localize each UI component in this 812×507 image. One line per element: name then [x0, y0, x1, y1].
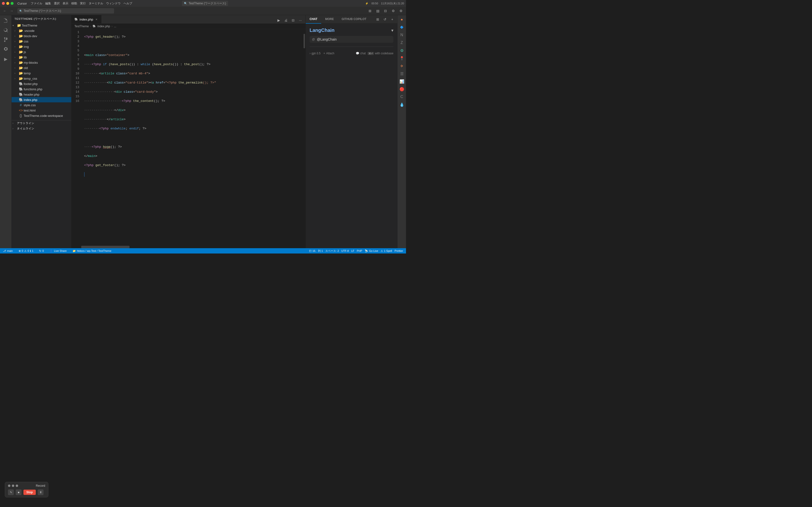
spell-status[interactable]: ⚠ 1 Spell	[379, 249, 393, 252]
codebase-button[interactable]: ⌘⏎ with codebase	[367, 52, 394, 55]
right-icon-2[interactable]: 🔷	[399, 24, 405, 31]
vertical-scrollbar[interactable]	[303, 29, 305, 246]
tree-item-img[interactable]: › 📂 img	[12, 44, 71, 49]
right-icon-12[interactable]: 💧	[399, 101, 405, 108]
menu-select[interactable]: 選択	[54, 1, 60, 6]
tree-item-vscode[interactable]: › 📂 .vscode	[12, 28, 71, 33]
settings-button[interactable]: ⚙	[398, 8, 404, 14]
quick-open[interactable]: 🔍 TestTheme (ワークスペース)	[17, 8, 114, 13]
langchain-dropdown[interactable]: ▾	[391, 28, 394, 33]
tree-item-js[interactable]: › 📂 js	[12, 49, 71, 55]
close-button[interactable]	[2, 2, 5, 5]
tree-item-temp-css[interactable]: › 📂 temp_css	[12, 76, 71, 81]
tree-item-workspace[interactable]: › {} TestTheme.code-workspace	[12, 113, 71, 118]
tree-item-header-php[interactable]: › 🐘 header.php	[12, 92, 71, 97]
tree-item-old[interactable]: › 📂 old	[12, 65, 71, 70]
cursor-position[interactable]: 行 16、列 1	[308, 249, 324, 253]
right-icon-10[interactable]: 🔴	[399, 86, 405, 93]
layout-button[interactable]: ▤	[374, 8, 381, 14]
tree-item-my-blocks[interactable]: › 📂 my-blocks	[12, 60, 71, 65]
panel-layout-button[interactable]: ⊟	[382, 8, 389, 14]
right-icon-7[interactable]: ✈	[399, 62, 405, 69]
right-icon-1[interactable]: ●	[399, 16, 405, 23]
spaces-status[interactable]: スペース: 2	[324, 249, 340, 253]
customize-button[interactable]: ⚙	[390, 8, 396, 14]
breadcrumb-workspace[interactable]: TestTheme	[74, 24, 89, 28]
model-selector[interactable]: › gpt-3.5	[310, 52, 320, 55]
extensions-icon[interactable]	[1, 45, 10, 54]
attach-button[interactable]: + Attach	[323, 52, 334, 55]
encoding-status[interactable]: UTF-8	[340, 249, 350, 252]
tree-item-css[interactable]: › 📂 css	[12, 39, 71, 44]
tree-item-test-html[interactable]: › <> test.html	[12, 108, 71, 113]
more-actions-button[interactable]: ···	[297, 17, 304, 23]
menu-view[interactable]: 表示	[63, 1, 68, 6]
at-mention-item[interactable]: @ @LangChain	[310, 36, 394, 43]
split-editor-button[interactable]: ⊞	[367, 8, 373, 14]
run-button[interactable]: ▶	[275, 17, 282, 23]
branch-status[interactable]: ⎇ main	[2, 248, 14, 253]
right-icon-8[interactable]: ☰	[399, 70, 405, 77]
tree-item-functions-php[interactable]: › 🐘 functions.php	[12, 87, 71, 92]
errors-status[interactable]: ⊗ 0 ⚠ 0 ℹ 1	[18, 248, 34, 253]
tree-root-folder[interactable]: ▾ 📁 TestTheme	[12, 23, 71, 28]
git-icon[interactable]	[1, 36, 10, 44]
right-icon-3[interactable]: N	[399, 32, 405, 38]
menu-go[interactable]: 移動	[71, 1, 77, 6]
tab-github-copilot[interactable]: GITHUB COPILOT	[338, 15, 370, 24]
live-share-status[interactable]: 👤 Live Share	[49, 248, 68, 253]
code-editor[interactable]: 12345 678910 1112131415 16 <?php get_hea…	[71, 29, 305, 246]
menu-run[interactable]: 実行	[80, 1, 86, 6]
menu-window[interactable]: ウィンドウ	[106, 1, 120, 6]
menu-help[interactable]: ヘルプ	[123, 1, 132, 6]
tab-close-button[interactable]: ✕	[95, 18, 98, 21]
tab-more[interactable]: MORE	[321, 15, 338, 24]
tree-item-lib[interactable]: › 📂 lib	[12, 55, 71, 60]
file-path-status[interactable]: 📁 htdocs / wp-Test / TestTheme	[71, 248, 112, 253]
tree-item-temp[interactable]: › 📂 temp	[12, 70, 71, 76]
outline-section-toggle[interactable]: › アウトライン	[12, 120, 71, 126]
add-chat-button[interactable]: +	[389, 16, 395, 22]
print-button[interactable]: 🖨	[283, 17, 289, 23]
chat-button[interactable]: 💬 chat	[356, 52, 366, 55]
maximize-button[interactable]	[11, 2, 13, 5]
breadcrumb-file[interactable]: index.php	[97, 24, 110, 28]
tab-chat[interactable]: CHAT	[306, 15, 321, 24]
tree-item-index-php[interactable]: › 🐘 index.php	[12, 97, 71, 102]
minimize-button[interactable]	[6, 2, 9, 5]
scrollbar-thumb[interactable]	[304, 34, 305, 48]
menu-edit[interactable]: 編集	[45, 1, 51, 6]
right-icon-5[interactable]: ⚙	[399, 47, 405, 54]
tab-index-php[interactable]: 🐘 index.php ✕	[71, 15, 101, 23]
chevron-right-icon: ›	[14, 40, 18, 43]
history-button[interactable]: ↺	[382, 16, 388, 22]
search-icon[interactable]	[1, 26, 10, 35]
timeline-section-toggle[interactable]: › タイムライン	[12, 126, 71, 131]
folder-icon: 📂	[19, 76, 23, 80]
tree-item-block-dev[interactable]: › 📂 block-dev	[12, 33, 71, 39]
explorer-icon[interactable]	[1, 16, 10, 25]
expand-panel-button[interactable]: ⊞	[374, 16, 381, 22]
right-icon-9[interactable]: 📊	[399, 78, 405, 85]
go-live-status[interactable]: 📡 Go Live	[364, 249, 379, 252]
sync-status[interactable]: ↻ 0	[38, 248, 45, 253]
back-button[interactable]: ←	[2, 8, 8, 14]
menu-terminal[interactable]: ターミナル	[89, 1, 103, 6]
code-content[interactable]: <?php get_header(); ?> <main class="cont…	[81, 29, 303, 246]
line-endings-status[interactable]: LF	[350, 249, 355, 252]
right-icon-4[interactable]: Z	[399, 39, 405, 46]
prettier-status[interactable]: Prettier	[394, 249, 404, 252]
right-icon-11[interactable]: C	[399, 94, 405, 100]
debug-icon[interactable]: ▶	[1, 55, 10, 63]
right-icon-6[interactable]: 📍	[399, 55, 405, 62]
menu-file[interactable]: ファイル	[31, 1, 42, 6]
traffic-lights[interactable]	[2, 2, 13, 5]
tree-item-footer-php[interactable]: › 🐘 footer.php	[12, 81, 71, 87]
breadcrumb-context[interactable]: ...	[114, 24, 116, 28]
workspace-search[interactable]: 🔍 TestTheme (ワークスペース)	[182, 1, 228, 6]
horizontal-scrollbar[interactable]	[71, 246, 305, 248]
tree-item-style-css[interactable]: › # style.css	[12, 102, 71, 108]
split-view-button[interactable]: ⊟	[290, 17, 296, 23]
forward-button[interactable]: →	[9, 8, 14, 14]
language-status[interactable]: PHP	[356, 249, 363, 252]
